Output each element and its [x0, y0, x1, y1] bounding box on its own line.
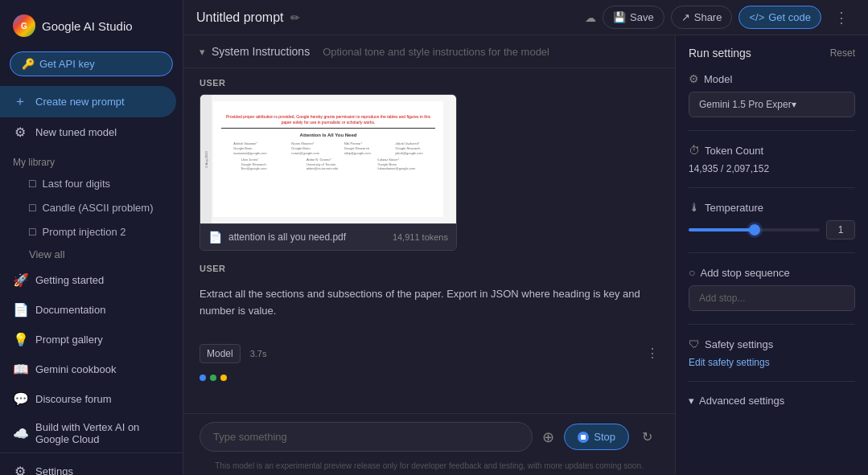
gemini-cookbook-label: Gemini cookbook	[35, 363, 116, 375]
get-code-button[interactable]: </> Get code	[738, 6, 821, 29]
library-item-label-1: Candle (ASCII problem)	[42, 202, 153, 214]
app-title: Google AI Studio	[42, 19, 133, 33]
main-content: Untitled prompt ✏ ☁ 💾 Save ↗ Share </> G…	[183, 0, 868, 475]
bulb-icon: 💡	[13, 332, 27, 347]
library-item-2[interactable]: □ Prompt injection 2	[0, 219, 183, 244]
sidebar-item-discourse-forum[interactable]: 💬 Discourse forum	[0, 384, 176, 414]
thermometer-icon: 🌡	[689, 201, 700, 214]
temperature-section: 🌡 Temperature 1	[689, 201, 855, 240]
sidebar-item-new-tuned-model[interactable]: ⚙ New tuned model	[0, 117, 176, 147]
message-block-0: User 2 Aug 2023 Provided proper attribut…	[200, 78, 659, 251]
save-label: Save	[630, 11, 654, 23]
system-instructions-placeholder[interactable]: Optional tone and style instructions for…	[323, 46, 549, 58]
sidebar: G Google AI Studio 🔑 Get API key ＋ Creat…	[0, 0, 183, 475]
sidebar-item-prompt-gallery[interactable]: 💡 Prompt gallery	[0, 325, 176, 354]
more-options-icon[interactable]: ⋮	[828, 6, 855, 30]
pdf-line	[221, 128, 435, 129]
refresh-icon[interactable]: ↻	[636, 426, 659, 448]
stop-button[interactable]: Stop	[564, 424, 629, 450]
pdf-token-count: 14,911 tokens	[393, 232, 448, 242]
safety-label: 🛡 Safety settings	[689, 338, 855, 350]
model-more-icon[interactable]: ⋮	[646, 346, 659, 361]
model-icon: ⚙	[689, 72, 699, 85]
chat-input[interactable]: Type something	[200, 422, 533, 452]
model-label-text: Model	[704, 73, 732, 85]
sidebar-item-gemini-cookbook[interactable]: 📖 Gemini cookbook	[0, 354, 176, 384]
stop-seq-icon: ○	[689, 266, 695, 279]
library-item-0[interactable]: □ Last four digits	[0, 171, 183, 195]
api-button-label: Get API key	[39, 58, 95, 70]
my-library-section: My library □ Last four digits □ Candle (…	[0, 150, 183, 265]
stop-sequence-label-text: Add stop sequence	[700, 267, 789, 279]
pdf-date-text: 2 Aug 2023	[204, 151, 208, 167]
stop-sequence-section: ○ Add stop sequence Add stop...	[689, 266, 855, 311]
sidebar-item-vertex-ai[interactable]: ☁️ Build with Vertex AI on Google Cloud	[0, 414, 176, 452]
header: Untitled prompt ✏ ☁ 💾 Save ↗ Share </> G…	[183, 0, 868, 35]
input-placeholder: Type something	[213, 431, 287, 443]
chat-icon: 💬	[13, 391, 27, 407]
reset-button[interactable]: Reset	[830, 47, 855, 59]
logo-icon: G	[13, 14, 35, 37]
input-area: Type something ⊕ Stop ↻	[183, 413, 675, 460]
edit-title-icon[interactable]: ✏	[290, 11, 300, 24]
temperature-value[interactable]: 1	[826, 220, 855, 240]
add-stop-input[interactable]: Add stop...	[689, 285, 855, 311]
prompt-title: Untitled prompt	[196, 10, 284, 25]
add-attachment-icon[interactable]: ⊕	[539, 425, 557, 449]
save-button[interactable]: 💾 Save	[603, 6, 664, 29]
settings-icon: ⚙	[13, 464, 27, 475]
temperature-label: 🌡 Temperature	[689, 201, 855, 214]
system-instructions-chevron[interactable]: ▾	[200, 46, 205, 58]
sidebar-item-create-prompt[interactable]: ＋ Create new prompt	[0, 86, 176, 117]
doc-icon-2: □	[29, 225, 35, 238]
sidebar-item-settings[interactable]: ⚙ Settings	[0, 457, 176, 475]
doc-nav-icon: 📄	[13, 302, 27, 317]
shield-icon: 🛡	[689, 338, 700, 350]
my-library-label: My library	[0, 150, 183, 171]
pdf-sidebar-bar: 2 Aug 2023	[200, 95, 212, 223]
stop-sequence-label: ○ Add stop sequence	[689, 266, 855, 279]
model-time: 3.7s	[250, 349, 267, 358]
model-select[interactable]: Gemini 1.5 Pro Exper▾	[689, 92, 855, 117]
discourse-forum-label: Discourse forum	[35, 393, 112, 405]
pdf-thumbnail: 2 Aug 2023 Provided proper attribution i…	[200, 95, 456, 223]
sidebar-bottom: ⚙ Settings U	[0, 452, 183, 475]
divider-5	[689, 381, 855, 382]
temperature-slider-fill	[689, 228, 755, 231]
divider-2	[689, 187, 855, 188]
divider-3	[689, 252, 855, 253]
typing-indicator	[200, 368, 659, 387]
typing-dot-1	[200, 375, 206, 381]
advanced-settings-toggle[interactable]: ▾ Advanced settings	[689, 395, 855, 407]
library-item-label-2: Prompt injection 2	[42, 226, 125, 238]
library-item-1[interactable]: □ Candle (ASCII problem)	[0, 195, 183, 219]
view-all-link[interactable]: View all	[0, 244, 183, 265]
sidebar-item-documentation[interactable]: 📄 Documentation	[0, 295, 176, 325]
chat-area: ▾ System Instructions Optional tone and …	[183, 35, 675, 475]
safety-label-text: Safety settings	[705, 338, 773, 350]
settings-label: Settings	[35, 465, 73, 475]
create-prompt-label: Create new prompt	[35, 96, 125, 108]
getting-started-label: Getting started	[35, 274, 104, 286]
token-count-label: ⏱ Token Count	[689, 144, 855, 157]
model-response-header: Model 3.7s ⋮	[200, 339, 659, 368]
user-message-text: Extract all the sections and subsections…	[200, 280, 659, 326]
share-button[interactable]: ↗ Share	[671, 6, 733, 29]
code-icon: </>	[749, 11, 764, 23]
pdf-file-icon: 📄	[208, 231, 222, 244]
token-count-label-text: Token Count	[705, 145, 763, 157]
cloud-icon: ☁️	[13, 426, 27, 441]
share-label: Share	[694, 11, 722, 23]
stop-label: Stop	[594, 431, 615, 443]
edit-safety-link[interactable]: Edit safety settings	[689, 357, 855, 368]
model-section: ⚙ Model Gemini 1.5 Pro Exper▾	[689, 72, 855, 117]
share-icon: ↗	[681, 11, 690, 23]
model-badge: Model	[200, 344, 241, 363]
divider-1	[689, 130, 855, 131]
stop-icon	[578, 432, 589, 443]
sidebar-item-getting-started[interactable]: 🚀 Getting started	[0, 265, 176, 295]
temperature-slider[interactable]	[689, 228, 820, 231]
pdf-content: Provided proper attribution is provided,…	[213, 101, 443, 217]
plus-icon: ＋	[13, 93, 27, 110]
get-api-key-button[interactable]: 🔑 Get API key	[10, 51, 173, 76]
